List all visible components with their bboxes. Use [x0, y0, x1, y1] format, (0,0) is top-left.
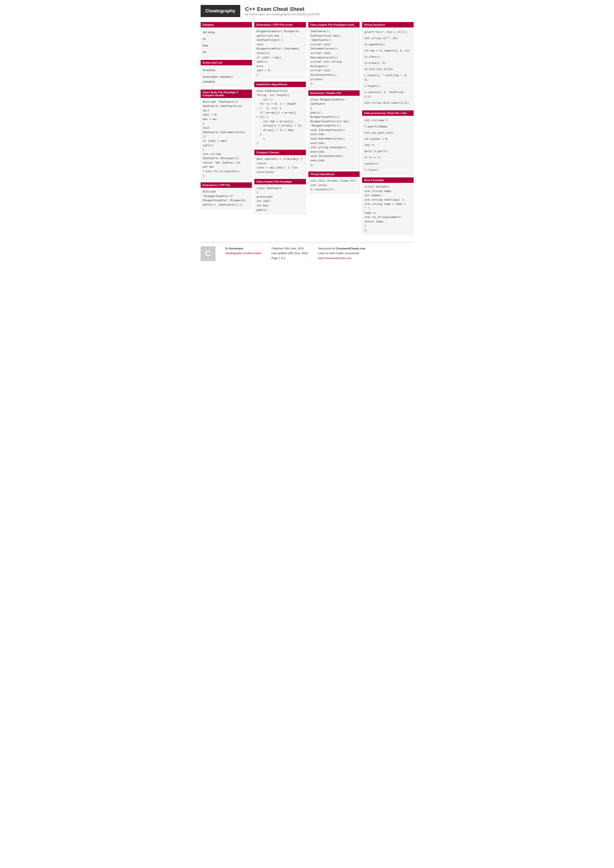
section-struct-header: Struct Example [362, 177, 413, 183]
section-datatyps-header: Datatyps [201, 22, 252, 28]
list-item: printf("%s\n", text.c_str()); [364, 29, 411, 36]
section-extentions-header-code: class Ringwerkzaehler : Zaehlwerk { publ… [308, 96, 360, 169]
section-extensions-cpp-cont-header: Extensions / CPP File (cont) [254, 22, 306, 28]
section-string-functions-body: printf("%s\n", text.c_str()); std::strin… [362, 28, 413, 108]
section-compare-classes: Compare Classes bool operator < (classob… [254, 150, 306, 176]
list-item: float [203, 43, 250, 49]
sponsor-name: CrosswordCheats.com [336, 247, 365, 250]
list-item: s.insert(2, " einString ", 0, 3); [364, 73, 411, 83]
section-extensions-cpp: Extensions / CPP File #include "Ringwerk… [201, 182, 252, 209]
section-compare-classes-header: Compare Classes [254, 150, 306, 155]
list-item: s1.append(s2); [364, 42, 411, 48]
footer-author: By Kemmojoo [225, 246, 262, 251]
section-bubblesort-header: bubbleSort Algorithmus [254, 82, 306, 87]
section-extentions-header: Extentions / Header File class Ringwerkz… [308, 90, 360, 169]
footer-logo-letter: C [205, 249, 211, 258]
column-4: String functions printf("%s\n", text.c_s… [362, 22, 413, 237]
section-data-processing: Data processing / Read file / char std::… [362, 110, 413, 175]
section-class-body: Class Body File Paradigm // Compare Head… [201, 90, 252, 180]
list-item: s.replace(2, 5, "anoString", 2,2); [364, 89, 411, 100]
section-datatyps: Datatyps std::string int float etc. [201, 22, 252, 57]
list-item: s.length(); [364, 83, 411, 89]
section-string-functions: String functions printf("%s\n", text.c_s… [362, 22, 413, 108]
author-name: Kemmojoo [229, 247, 243, 250]
section-bubblesort: bubbleSort Algorithmus void bubblesort(i… [254, 82, 306, 147]
column-2: Extensions / CPP File (cont) Ringwerkzae… [254, 22, 306, 217]
section-bubblesort-code: void bubblesort(int *array, int length){… [254, 87, 306, 147]
section-arrays-header: Arrays and List [201, 60, 252, 65]
page-subtitle: by Kemmojoo via cheatography.com/28261/c… [245, 12, 320, 16]
footer-sponsor-col: Sponsored by CrosswordCheats.com Learn t… [318, 246, 365, 261]
section-arrays: Arrays and List int ar[size] int arLengh… [201, 60, 252, 87]
section-extentions-header-header: Extentions / Header File [308, 90, 360, 96]
list-item: int ar[size] [203, 67, 250, 74]
section-datatyps-body: std::string int float etc. [201, 28, 252, 57]
list-item: std::string s3=s1.substr(2,3); [364, 100, 411, 106]
section-class-body-code: #include "Zaehlwerk.h" Zaehlwerk::Zaehlw… [201, 98, 252, 180]
list-item: etc. [203, 49, 250, 56]
section-arrays-body: int ar[size] int arLenght = sizeof(ar) /… [201, 65, 252, 87]
footer-sponsor-link[interactable]: http://crosswordcheats.com [318, 256, 365, 261]
section-class-header: Class header File Paradigm class Zaehlwe… [254, 179, 306, 214]
list-item: char t; [364, 142, 411, 149]
list-item: f.open(fileName, [364, 124, 411, 130]
footer-author-link[interactable]: cheatography.com/kemmojoo/ [225, 251, 262, 256]
list-item: int counter = 0; [364, 136, 411, 142]
footer-sponsor-desc: Learn to solve cryptic crosswords! [318, 251, 365, 256]
page-title: C++ Exam Cheat Sheet [245, 6, 320, 12]
list-item: int [203, 36, 250, 43]
section-string-functions-header: String functions [362, 22, 413, 28]
list-item: int equ = s1.compare(2, 4, s2); [364, 48, 411, 54]
section-extensions-cpp-cont: Extensions / CPP File (cont) Ringwerkzae… [254, 22, 306, 79]
section-extensions-cpp-cont-code: Ringwerkzaehler::Ringwerkz aehler(int ma… [254, 28, 306, 79]
footer-updated: Last updated 16th June, 2016. [272, 251, 308, 256]
column-1: Datatyps std::string int float etc. Arra… [201, 22, 252, 212]
footer-logo: C [201, 246, 216, 261]
section-struct-code: struct kontakt{ std::string name; int nu… [362, 183, 413, 234]
footer-author-col: By Kemmojoo cheatography.com/kemmojoo/ [225, 246, 262, 256]
section-extensions-cpp-header: Extensions / CPP File [201, 182, 252, 188]
column-3: Class header File Paradigm (cont) Zaehlw… [308, 22, 360, 196]
section-class-header-cont: Class header File Paradigm (cont) Zaehlw… [308, 22, 360, 88]
section-class-header-cont-code: Zaehlwerk(); Zaehlwerk(int max); ~Zaehlw… [308, 28, 360, 88]
list-item: s1.find_last_of(s2); [364, 66, 411, 73]
main-grid: Datatyps std::string int float etc. Arra… [201, 22, 413, 237]
list-item: f.close(); [364, 167, 411, 173]
list-item: std::ifstream f; [364, 118, 411, 124]
section-compare-classes-code: bool operator < (classobj) { return (cVa… [254, 155, 306, 176]
list-item: while (f.get(t)) [364, 149, 411, 155]
footer-published: Published 16th June, 2016. [272, 246, 308, 251]
page-footer: C By Kemmojoo cheatography.com/kemmojoo/… [201, 242, 413, 261]
section-struct: Struct Example struct kontakt{ std::stri… [362, 177, 413, 234]
section-data-processing-body: std::ifstream f; f.open(fileName, std::i… [362, 116, 413, 175]
section-class-body-header: Class Body File Paradigm // Compare Head… [201, 90, 252, 98]
section-extensions-cpp-code: #include "Ringwerkzaehler.h" Ringwerkzae… [201, 188, 252, 209]
list-item: if (t == c) [364, 155, 411, 161]
footer-page: Page 1 of 2. [272, 256, 308, 261]
list-item: std::string [203, 29, 250, 36]
page-header: Cheatography C++ Exam Cheat Sheet by Kem… [201, 5, 413, 17]
section-thread-header: Thread Operations [308, 172, 360, 177]
section-class-header-header: Class header File Paradigm [254, 179, 306, 184]
list-item: int arLenght = sizeof(ar) /sizeof(int); [203, 74, 250, 85]
section-class-header-code: class Zaehlwerk { protected: int zahl; i… [254, 184, 306, 214]
list-item: s2.erase(1, 3); [364, 60, 411, 66]
title-area: C++ Exam Cheat Sheet by Kemmojoo via che… [245, 6, 320, 16]
list-item: s1.clear(); [364, 54, 411, 60]
logo: Cheatography [201, 5, 240, 17]
section-data-processing-header: Data processing / Read file / char [362, 110, 413, 116]
section-thread-code: std::this_thread::sleep_for(std::chron o… [308, 177, 360, 194]
sponsor-link[interactable]: http://crosswordcheats.com [318, 257, 351, 260]
logo-text: Cheatography [205, 8, 235, 13]
footer-sponsor-line: Sponsored by CrosswordCheats.com [318, 246, 365, 251]
section-thread: Thread Operations std::this_thread::slee… [308, 172, 360, 194]
footer-dates-col: Published 16th June, 2016. Last updated … [272, 246, 308, 261]
list-item: std::ios_base::out); [364, 130, 411, 136]
author-link[interactable]: cheatography.com/kemmojoo/ [225, 252, 262, 254]
section-class-header-cont-header: Class header File Paradigm (cont) [308, 22, 360, 28]
list-item: std::string s1("", 20); [364, 36, 411, 42]
list-item: counter++; [364, 161, 411, 167]
